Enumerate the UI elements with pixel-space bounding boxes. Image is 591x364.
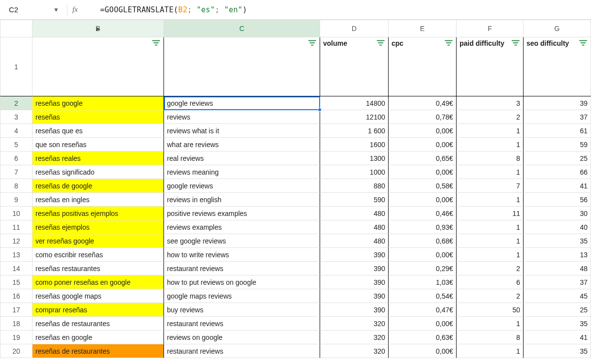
row-header[interactable]: 16 bbox=[0, 289, 33, 303]
filter-icon[interactable] bbox=[152, 39, 161, 47]
cell-B[interactable]: que son reseñas bbox=[33, 138, 164, 152]
row-header[interactable]: 7 bbox=[0, 165, 33, 179]
filter-icon[interactable] bbox=[376, 39, 385, 47]
cell-D[interactable]: 1 600 bbox=[320, 124, 389, 138]
cell-B[interactable]: reseñas ejemplos bbox=[33, 220, 164, 234]
row-header[interactable]: 2 bbox=[0, 96, 33, 110]
cell-C[interactable]: how to put reviews on google bbox=[164, 275, 320, 289]
cell-B[interactable]: reseñas reales bbox=[33, 152, 164, 165]
cell-C[interactable]: google reviews bbox=[164, 179, 320, 193]
cell-G[interactable]: 48 bbox=[524, 262, 591, 275]
cell-C1[interactable] bbox=[164, 37, 320, 96]
cell-F[interactable]: 1 bbox=[457, 193, 524, 207]
row-header[interactable]: 4 bbox=[0, 124, 33, 138]
filter-icon[interactable] bbox=[579, 39, 588, 47]
cell-E[interactable]: 1,03€ bbox=[389, 275, 457, 289]
filter-icon[interactable] bbox=[511, 39, 520, 47]
row-header-1[interactable]: 1 bbox=[0, 37, 33, 96]
cell-D[interactable]: 390 bbox=[320, 275, 389, 289]
cell-G1[interactable]: seo difficulty bbox=[524, 37, 591, 96]
name-box[interactable]: C2 ▼ bbox=[4, 3, 62, 17]
cell-E[interactable]: 0,47€ bbox=[389, 303, 457, 317]
cell-F[interactable]: 8 bbox=[457, 331, 524, 344]
cell-D[interactable]: 320 bbox=[320, 331, 389, 344]
cell-D[interactable]: 320 bbox=[320, 317, 389, 331]
cell-B[interactable]: como poner reseñas en google bbox=[33, 275, 164, 289]
cell-D[interactable]: 390 bbox=[320, 262, 389, 275]
cell-B[interactable]: reseñas restaurantes bbox=[33, 262, 164, 275]
row-header[interactable]: 12 bbox=[0, 234, 33, 248]
col-header-D[interactable]: D bbox=[320, 20, 389, 37]
col-header-C[interactable]: C bbox=[164, 20, 320, 37]
cell-C[interactable]: google reviews bbox=[164, 96, 320, 110]
cell-G[interactable]: 56 bbox=[524, 193, 591, 207]
cell-C[interactable]: positive reviews examples bbox=[164, 207, 320, 220]
cell-C[interactable]: see google reviews bbox=[164, 234, 320, 248]
cell-C[interactable]: real reviews bbox=[164, 152, 320, 165]
cell-E[interactable]: 0,63€ bbox=[389, 331, 457, 344]
cell-B[interactable]: reseñas significado bbox=[33, 165, 164, 179]
cell-E[interactable]: 0,00€ bbox=[389, 138, 457, 152]
cell-E[interactable]: 0,00€ bbox=[389, 248, 457, 262]
cell-D[interactable]: 12100 bbox=[320, 110, 389, 124]
col-header-E[interactable]: E bbox=[389, 20, 457, 37]
row-header[interactable]: 10 bbox=[0, 207, 33, 220]
cell-G[interactable]: 41 bbox=[524, 331, 591, 344]
cell-G[interactable]: 45 bbox=[524, 289, 591, 303]
cell-F[interactable]: 1 bbox=[457, 317, 524, 331]
cell-F[interactable]: 6 bbox=[457, 275, 524, 289]
cell-G[interactable]: 35 bbox=[524, 344, 591, 358]
cell-B[interactable]: como escribir reseñas bbox=[33, 248, 164, 262]
cell-D1[interactable]: volume bbox=[320, 37, 389, 96]
cell-E[interactable]: 0,54€ bbox=[389, 289, 457, 303]
cell-D[interactable]: 480 bbox=[320, 234, 389, 248]
row-header[interactable]: 9 bbox=[0, 193, 33, 207]
cell-B[interactable]: reseñas de google bbox=[33, 179, 164, 193]
cell-E[interactable]: 0,49€ bbox=[389, 96, 457, 110]
select-all-corner[interactable] bbox=[0, 20, 33, 37]
chevron-down-icon[interactable]: ▼ bbox=[53, 6, 59, 13]
cell-E[interactable]: 0,93€ bbox=[389, 220, 457, 234]
col-header-B[interactable]: ▶ B bbox=[33, 20, 164, 37]
cell-B1[interactable] bbox=[33, 37, 164, 96]
cell-F[interactable]: 2 bbox=[457, 262, 524, 275]
cell-B[interactable]: reseñas que es bbox=[33, 124, 164, 138]
cell-B[interactable]: reseñas positivas ejemplos bbox=[33, 207, 164, 220]
cell-G[interactable]: 25 bbox=[524, 303, 591, 317]
row-header[interactable]: 3 bbox=[0, 110, 33, 124]
cell-G[interactable]: 40 bbox=[524, 220, 591, 234]
cell-C[interactable]: reviews what is it bbox=[164, 124, 320, 138]
cell-F[interactable]: 1 bbox=[457, 138, 524, 152]
cell-C[interactable]: reviews on google bbox=[164, 331, 320, 344]
cell-F[interactable]: 11 bbox=[457, 207, 524, 220]
cell-F[interactable]: 1 bbox=[457, 165, 524, 179]
cell-F[interactable]: 8 bbox=[457, 152, 524, 165]
row-header[interactable]: 18 bbox=[0, 317, 33, 331]
cell-C[interactable]: how to write reviews bbox=[164, 248, 320, 262]
cell-C[interactable]: restaurant reviews bbox=[164, 344, 320, 358]
cell-G[interactable]: 37 bbox=[524, 110, 591, 124]
cell-E[interactable]: 0,65€ bbox=[389, 152, 457, 165]
cell-F[interactable]: 1 bbox=[457, 248, 524, 262]
row-header[interactable]: 15 bbox=[0, 275, 33, 289]
cell-G[interactable]: 30 bbox=[524, 207, 591, 220]
col-header-F[interactable]: F bbox=[457, 20, 524, 37]
cell-D[interactable]: 320 bbox=[320, 344, 389, 358]
cell-G[interactable]: 37 bbox=[524, 275, 591, 289]
cell-F[interactable]: 7 bbox=[457, 179, 524, 193]
cell-F[interactable]: 1 bbox=[457, 124, 524, 138]
cell-D[interactable]: 1600 bbox=[320, 138, 389, 152]
cell-C[interactable]: reviews examples bbox=[164, 220, 320, 234]
row-header[interactable]: 20 bbox=[0, 344, 33, 358]
cell-E[interactable]: 0,00€ bbox=[389, 344, 457, 358]
cell-D[interactable]: 14800 bbox=[320, 96, 389, 110]
cell-E[interactable]: 0,46€ bbox=[389, 207, 457, 220]
cell-E1[interactable]: cpc bbox=[389, 37, 457, 96]
cell-G[interactable]: 66 bbox=[524, 165, 591, 179]
spreadsheet-grid[interactable]: ▶ B C D E F G 1 volume cpc bbox=[0, 20, 591, 364]
row-header[interactable]: 19 bbox=[0, 331, 33, 344]
cell-C[interactable]: buy reviews bbox=[164, 303, 320, 317]
col-header-G[interactable]: G bbox=[524, 20, 591, 37]
cell-G[interactable]: 41 bbox=[524, 179, 591, 193]
cell-B[interactable]: reseñas google bbox=[33, 96, 164, 110]
